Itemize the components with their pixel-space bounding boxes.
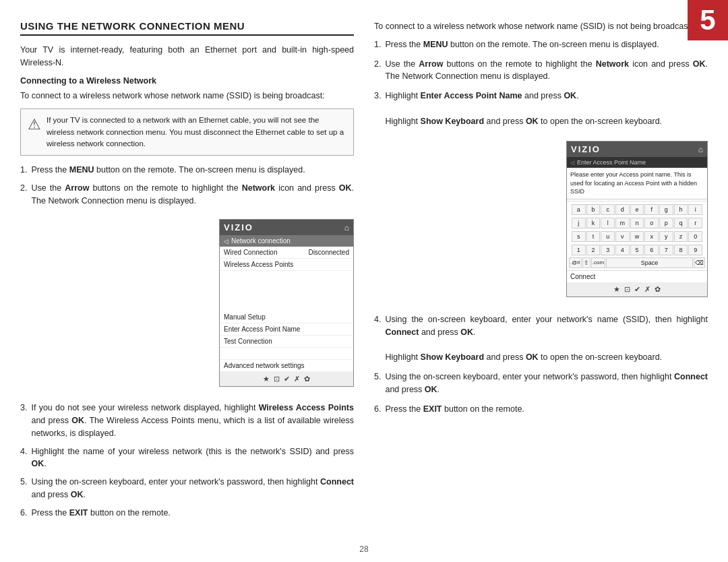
tv-header-right: VIZIO ⌂ xyxy=(567,142,707,157)
right-column: To connect to a wireless network whose n… xyxy=(374,20,708,524)
step-5: 5. Using the on-screen keyboard, enter y… xyxy=(20,476,354,501)
wired-connection-row: Wired Connection Disconnected xyxy=(220,247,353,259)
square-icon-left: ⊡ xyxy=(274,375,280,383)
check-icon-left: ✔ xyxy=(284,375,290,383)
subsection-title: Connecting to a Wireless Network xyxy=(20,76,354,86)
ap-back-arrow: ◁ xyxy=(570,160,574,166)
network-connection-label: Network connection xyxy=(231,237,291,245)
keyboard-area: abcdefghi jklmnopqr stuvwxyz0 123456789 … xyxy=(567,201,707,270)
x-icon-right: ✗ xyxy=(644,285,650,294)
ssid-intro: To connect to a wireless network whose n… xyxy=(374,20,708,33)
special-keys-row: .@# ⇧ .com Space ⌫ xyxy=(569,257,705,269)
right-step-4: 4. Using the on-screen keyboard, enter y… xyxy=(374,313,708,364)
right-step-6: 6. Press the EXIT button on the remote. xyxy=(374,403,708,416)
wireless-access-points-label: Wireless Access Points xyxy=(220,259,353,271)
right-step-3: 3. Highlight Enter Access Point Name and… xyxy=(374,90,708,127)
space-key: Space xyxy=(606,257,693,268)
tv-footer-left: ★ ⊡ ✔ ✗ ✿ xyxy=(220,372,353,386)
ap-input-label: Enter Access Point Name xyxy=(577,159,646,166)
connect-label: Connect xyxy=(570,273,595,280)
page-number: 28 xyxy=(359,544,368,554)
connect-row: Connect xyxy=(567,270,707,282)
gear-icon-right: ✿ xyxy=(655,285,661,294)
broadcast-intro: To connect to a wireless network whose n… xyxy=(20,90,354,102)
tv-screen-left: VIZIO ⌂ ◁ Network connection Wired Conne… xyxy=(219,219,354,387)
keyboard-row-2: jklmnopqr xyxy=(569,216,705,230)
check-icon-right: ✔ xyxy=(634,285,640,294)
step-2: 2. Use the Arrow buttons on the remote t… xyxy=(20,182,354,208)
tv-header-left: VIZIO ⌂ xyxy=(220,220,353,235)
steps-list-left-cont: 3. If you do not see your wireless netwo… xyxy=(20,402,354,519)
steps-list-left: 1. Press the MENU button on the remote. … xyxy=(20,164,354,207)
step-6: 6. Press the EXIT button on the remote. xyxy=(20,507,354,520)
spacer-row xyxy=(220,348,353,360)
advanced-network-label: Advanced network settings xyxy=(220,360,353,372)
warning-box: ⚠ If your TV is connected to a network w… xyxy=(20,108,354,156)
chapter-number: 5 xyxy=(700,6,715,34)
section-title: USING THE NETWORK CONNECTION MENU xyxy=(20,20,354,36)
star-icon-right: ★ xyxy=(613,285,620,294)
gear-icon-left: ✿ xyxy=(304,375,310,383)
home-icon-left: ⌂ xyxy=(344,223,349,232)
wired-status: Disconnected xyxy=(308,249,349,256)
right-step-2: 2. Use the Arrow buttons on the remote t… xyxy=(374,58,708,84)
test-connection-label: Test Connection xyxy=(220,336,353,348)
shift-key: ⇧ xyxy=(582,257,590,268)
step-3: 3. If you do not see your wireless netwo… xyxy=(20,402,354,439)
ap-input-row: ◁ Enter Access Point Name xyxy=(567,157,707,168)
home-icon-right: ⌂ xyxy=(698,145,703,154)
tv-screen-right: VIZIO ⌂ ◁ Enter Access Point Name Please… xyxy=(566,141,708,297)
dot-com-key: .com xyxy=(591,257,605,268)
intro-text: Your TV is internet-ready, featuring bot… xyxy=(20,44,354,69)
vizio-logo-right: VIZIO xyxy=(571,144,601,154)
right-step-5: 5. Using the on-screen keyboard, enter y… xyxy=(374,371,708,396)
wired-label: Wired Connection xyxy=(224,249,277,256)
warning-text: If your TV is connected to a network wit… xyxy=(47,115,346,150)
ap-description: Please enter your Access point name. Thi… xyxy=(567,168,707,199)
right-step-1: 1. Press the MENU button on the remote. … xyxy=(374,38,708,51)
star-icon-left: ★ xyxy=(263,375,270,383)
steps-list-right: 1. Press the MENU button on the remote. … xyxy=(374,38,708,128)
keyboard-row-4: 123456789 xyxy=(569,243,705,257)
keyboard-row-1: abcdefghi xyxy=(569,203,705,216)
warning-icon: ⚠ xyxy=(28,116,41,150)
tv-footer-right: ★ ⊡ ✔ ✗ ✿ xyxy=(567,282,707,296)
step-4: 4. Highlight the name of your wireless n… xyxy=(20,445,354,471)
left-column: USING THE NETWORK CONNECTION MENU Your T… xyxy=(20,20,354,524)
keyboard-row-3: stuvwxyz0 xyxy=(569,230,705,243)
special-at-key: .@# xyxy=(569,257,582,268)
page-tab: 5 xyxy=(688,0,728,40)
enter-ap-name-label: Enter Access Point Name xyxy=(220,323,353,336)
vizio-logo-left: VIZIO xyxy=(224,222,253,232)
square-icon-right: ⊡ xyxy=(624,285,630,294)
manual-setup-label: Manual Setup xyxy=(220,311,353,323)
backspace-key: ⌫ xyxy=(694,257,705,268)
step-1: 1. Press the MENU button on the remote. … xyxy=(20,164,354,177)
x-icon-left: ✗ xyxy=(294,375,300,383)
tv-menu-row-left: ◁ Network connection xyxy=(220,235,353,247)
empty-area xyxy=(220,271,353,311)
steps-list-right-cont: 4. Using the on-screen keyboard, enter y… xyxy=(374,313,708,415)
